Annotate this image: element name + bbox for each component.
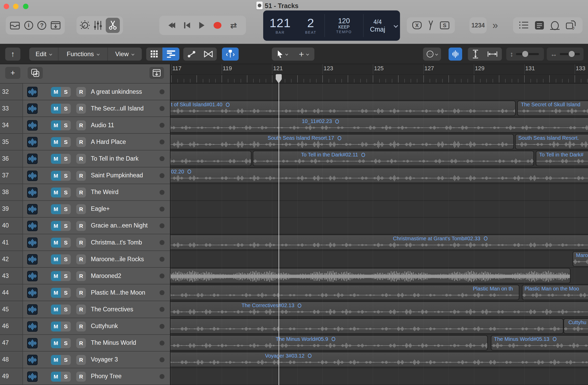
track-name[interactable]: Gracie an...een Night bbox=[91, 218, 148, 234]
minimize-window-button[interactable] bbox=[13, 4, 19, 9]
help-icon[interactable]: ? bbox=[37, 21, 46, 30]
edit-menu[interactable]: Edit bbox=[29, 48, 58, 61]
horizontal-zoom-slider[interactable]: ↔ bbox=[547, 48, 584, 61]
secondary-tool-menu[interactable]: + bbox=[293, 48, 314, 61]
cut-tool-button[interactable] bbox=[106, 18, 120, 33]
audio-region[interactable] bbox=[170, 335, 488, 351]
track-lane[interactable] bbox=[170, 218, 588, 234]
mute-button[interactable]: M bbox=[51, 305, 61, 314]
vertical-zoom-slider[interactable]: ↕ bbox=[506, 48, 544, 61]
mute-button[interactable]: M bbox=[51, 254, 61, 264]
audio-region[interactable] bbox=[573, 251, 588, 267]
more-tools-chevrons[interactable]: » bbox=[492, 20, 498, 31]
mute-button[interactable]: M bbox=[51, 171, 61, 181]
horizontal-auto-zoom-button[interactable] bbox=[483, 48, 502, 61]
audio-region[interactable] bbox=[253, 151, 534, 166]
record-button[interactable] bbox=[214, 22, 221, 29]
snap-menu[interactable]: ··· bbox=[423, 48, 441, 61]
tracks-timeline[interactable]: t of Skull Island#01.40The Secret of Sku… bbox=[170, 84, 588, 385]
audio-region[interactable] bbox=[515, 134, 588, 149]
lcd-options-chevron[interactable] bbox=[392, 10, 400, 41]
grid-view-button[interactable] bbox=[146, 48, 162, 61]
solo-button[interactable]: S bbox=[61, 254, 71, 264]
track-header[interactable]: 34MSRAudio 11 bbox=[0, 117, 170, 134]
audio-region[interactable] bbox=[536, 151, 588, 166]
list-editors-icon[interactable] bbox=[519, 21, 529, 30]
track-lane[interactable] bbox=[170, 201, 588, 218]
track-lane[interactable]: 02.20 bbox=[170, 167, 588, 184]
mute-button[interactable]: M bbox=[51, 372, 61, 382]
record-enable-button[interactable]: R bbox=[76, 171, 86, 181]
mute-button[interactable]: M bbox=[51, 221, 61, 231]
mute-button[interactable]: M bbox=[51, 120, 61, 130]
track-header[interactable]: 32MSRA great unkindness bbox=[0, 84, 170, 100]
functions-menu[interactable]: Functions bbox=[58, 48, 107, 61]
track-name[interactable]: A great unkindness bbox=[91, 84, 142, 100]
lcd-key-section[interactable]: 4/4 Cmaj bbox=[363, 10, 392, 41]
audio-region[interactable] bbox=[170, 268, 571, 283]
pointer-tool-menu[interactable] bbox=[272, 48, 293, 61]
track-header-options-button[interactable] bbox=[149, 67, 164, 79]
audio-region[interactable] bbox=[517, 101, 588, 116]
track-name[interactable]: To Tell in the Dark bbox=[91, 150, 138, 167]
audio-region[interactable] bbox=[491, 335, 588, 351]
track-name[interactable]: Audio 11 bbox=[91, 117, 114, 133]
go-to-beginning-button[interactable] bbox=[184, 22, 190, 28]
record-enable-button[interactable]: R bbox=[76, 120, 86, 130]
solo-button[interactable]: S bbox=[61, 137, 71, 147]
track-lane[interactable]: Plastic Man on thPlastic Man on the Moo bbox=[170, 284, 588, 301]
flex-button[interactable] bbox=[200, 48, 217, 61]
track-header[interactable]: 38MSRThe Weird bbox=[0, 184, 170, 201]
solo-button[interactable]: S bbox=[61, 305, 71, 314]
inspector-icon[interactable]: i bbox=[24, 21, 33, 30]
audio-region[interactable] bbox=[170, 235, 588, 250]
track-lane[interactable]: 10_11#02.23 bbox=[170, 117, 588, 134]
track-name[interactable]: Maroone...ile Rocks bbox=[91, 251, 144, 267]
record-enable-button[interactable]: R bbox=[76, 288, 86, 298]
media-browser-icon[interactable]: ♪ bbox=[566, 20, 576, 30]
flex-pitch-button[interactable] bbox=[222, 48, 239, 61]
track-name[interactable]: Christma...t's Tomb bbox=[91, 234, 142, 250]
cycle-button[interactable]: ⇄ bbox=[230, 21, 237, 30]
track-name[interactable]: Phony Tree bbox=[91, 368, 122, 384]
record-enable-button[interactable]: R bbox=[76, 104, 86, 114]
track-header[interactable]: 42MSRMaroone...ile Rocks bbox=[0, 251, 170, 268]
solo-button[interactable]: S bbox=[61, 87, 71, 97]
track-lane[interactable] bbox=[170, 184, 588, 201]
record-enable-button[interactable]: R bbox=[76, 238, 86, 248]
track-lane[interactable] bbox=[170, 368, 588, 385]
mute-button[interactable]: M bbox=[51, 271, 61, 281]
mute-button[interactable]: M bbox=[51, 238, 61, 248]
audio-region[interactable] bbox=[170, 352, 588, 367]
track-header[interactable]: 48MSRVoyager 3 bbox=[0, 352, 170, 368]
solo-button[interactable]: S bbox=[61, 104, 71, 114]
track-header[interactable]: 36MSRTo Tell in the Dark bbox=[0, 150, 170, 167]
mute-button[interactable]: M bbox=[51, 322, 61, 331]
track-lane[interactable]: Maro bbox=[170, 251, 588, 268]
bar-ruler[interactable]: 117119121123125127129131133 bbox=[170, 64, 588, 84]
track-name[interactable]: Marooned2 bbox=[91, 268, 121, 284]
track-header[interactable]: 37MSRSaint Pumpkinhead bbox=[0, 167, 170, 184]
track-lane[interactable] bbox=[170, 268, 588, 284]
audio-region[interactable] bbox=[170, 168, 588, 183]
audio-region[interactable] bbox=[170, 117, 588, 133]
lcd-tempo-section[interactable]: 120 KEEP TEMPO bbox=[325, 10, 363, 41]
catch-playhead-icon[interactable]: X bbox=[412, 21, 422, 29]
track-name[interactable]: The Correctives bbox=[91, 301, 133, 317]
record-enable-button[interactable]: R bbox=[76, 188, 86, 197]
record-enable-button[interactable]: R bbox=[76, 305, 86, 314]
track-header[interactable]: 43MSRMarooned2 bbox=[0, 268, 170, 284]
record-enable-button[interactable]: R bbox=[76, 338, 86, 348]
track-lane[interactable]: South Seas Island Resort.17South Seas Is… bbox=[170, 134, 588, 150]
vertical-auto-zoom-button[interactable] bbox=[468, 48, 483, 61]
audio-region[interactable] bbox=[563, 318, 588, 334]
track-name[interactable]: A Hard Place bbox=[91, 134, 126, 150]
audio-region[interactable] bbox=[522, 285, 588, 300]
record-enable-button[interactable]: R bbox=[76, 254, 86, 264]
record-enable-button[interactable]: R bbox=[76, 355, 86, 365]
mute-button[interactable]: M bbox=[51, 204, 61, 214]
record-enable-button[interactable]: R bbox=[76, 271, 86, 281]
mixer-icon[interactable] bbox=[93, 20, 103, 30]
track-header[interactable]: 49MSRPhony Tree bbox=[0, 368, 170, 385]
solo-button[interactable]: S bbox=[61, 221, 71, 231]
